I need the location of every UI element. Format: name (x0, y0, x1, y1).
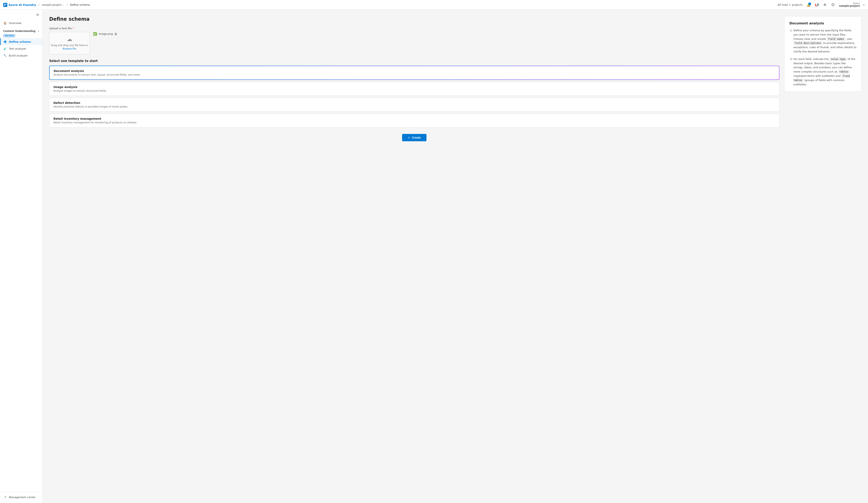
topbar: Azure AI Foundry / sample-project ⌄ / De… (0, 0, 868, 10)
sidebar-toggle-area: ⊞ (0, 12, 42, 20)
sidebar-build-analyzer-label: Build analyzer (9, 54, 28, 57)
template-card-image-analysis[interactable]: Image analysis Analyze images to extract… (49, 82, 779, 96)
project-selector[interactable]: sample-project ⌄ (42, 3, 64, 6)
management-icon: ↗ (3, 495, 7, 499)
doc-panel-title: Document analysis (789, 21, 856, 25)
help-button[interactable]: 😊 (830, 2, 836, 8)
sidebar: ⊞ 🏠 Overview Content Understanding ∧ PRE… (0, 10, 43, 503)
doc-panel-point-2: For each field, indicate the value type … (794, 57, 856, 87)
sidebar-section-header: Content Understanding ∧ (0, 28, 42, 33)
template-title-doc: Document analysis (54, 69, 775, 73)
brand-icon (3, 3, 7, 7)
sidebar-test-analyzer-label: Test analyzer (9, 47, 26, 50)
sidebar-section-title: Content Understanding (3, 30, 35, 32)
create-label: Create (412, 136, 421, 139)
uploaded-file-area: ✅ image.png 🗑 (93, 32, 117, 36)
profile-chevron-icon: ∨ (863, 3, 865, 6)
sidebar-section-chevron-icon: ∧ (38, 30, 39, 32)
template-card-retail-inventory[interactable]: Retail inventory management Retail inven… (49, 114, 779, 127)
topbar-left: Azure AI Foundry / sample-project ⌄ / De… (3, 3, 90, 7)
upload-dropzone[interactable]: ☁ Drag and drop one file here or Browse … (49, 32, 90, 54)
uploaded-filename: image.png (99, 32, 113, 35)
notification-badge: 1 (808, 2, 811, 5)
sidebar-define-schema-label: Define schema (9, 40, 31, 43)
profile-label: Project (853, 2, 860, 4)
settings-button[interactable]: ⚙️ (822, 2, 828, 8)
template-desc-doc: Analyze documents to extract text, layou… (54, 73, 775, 76)
brand-logo[interactable]: Azure AI Foundry (3, 3, 36, 7)
preview-badge: PREVIEW (3, 34, 15, 37)
create-checkmark-icon: ✓ (408, 136, 410, 139)
sidebar-bottom: ↗ Management center (0, 492, 42, 501)
define-schema-icon: 🔷 (3, 40, 7, 43)
page-breadcrumb: Define schema (70, 3, 90, 6)
sidebar-section-content-understanding: Content Understanding ∧ PREVIEW 🔷 Define… (0, 27, 42, 59)
code-tables: tables (838, 70, 849, 74)
code-fixed-tables: fixed tables (794, 74, 850, 82)
sep1: / (39, 3, 40, 7)
template-title-defect: Defect detection (53, 101, 775, 104)
project-chevron-icon: ⌄ (63, 4, 64, 6)
code-field-names: field names (827, 37, 845, 41)
all-hubs-link[interactable]: All hubs + projects (778, 3, 803, 6)
sidebar-item-build-analyzer[interactable]: 🔧 Build analyzer (0, 52, 42, 59)
sep2: / (66, 3, 68, 7)
create-btn-row: ✓ Create (49, 134, 779, 141)
profile-project: sample-project (839, 4, 860, 7)
upload-cloud-icon: ☁ (66, 36, 72, 42)
sidebar-toggle-button[interactable]: ⊞ (35, 12, 40, 17)
topbar-icon-group: 🔔 1 📢 ⚙️ 😊 (806, 2, 836, 8)
template-desc-retail: Retail inventory management for monitori… (53, 121, 775, 124)
project-name: sample-project (42, 3, 62, 6)
create-button[interactable]: ✓ Create (402, 134, 426, 141)
main-content: Define schema Upload a test file * ☁ Dra… (43, 10, 868, 503)
delete-file-button[interactable]: 🗑 (114, 32, 117, 35)
megaphone-button[interactable]: 📢 (814, 2, 820, 8)
sidebar-spacer (0, 59, 42, 492)
main-left: Define schema Upload a test file * ☁ Dra… (49, 16, 779, 496)
template-card-defect-detection[interactable]: Defect detection Identify potential defe… (49, 98, 779, 112)
profile-menu[interactable]: Project sample-project (839, 2, 860, 7)
browse-link[interactable]: Browse file (63, 47, 76, 50)
template-title-image: Image analysis (53, 85, 775, 89)
overview-icon: 🏠 (3, 21, 7, 25)
sidebar-item-management[interactable]: ↗ Management center (0, 494, 42, 501)
main-right: Document analysis Define your schema by … (784, 16, 861, 496)
code-value-type: value type (830, 57, 847, 61)
upload-label-text: Upload a test file (49, 27, 72, 30)
app-body: ⊞ 🏠 Overview Content Understanding ∧ PRE… (0, 10, 868, 503)
template-section-label: Select one template to start (49, 59, 779, 63)
template-card-selected-wrap: Document analysis Analyze documents to e… (49, 66, 779, 80)
doc-panel-list: Define your schema by specifying the fie… (789, 29, 856, 86)
preview-badge-area: PREVIEW (0, 33, 42, 38)
doc-panel-point-1: Define your schema by specifying the fie… (794, 29, 856, 54)
template-title-retail: Retail inventory management (53, 117, 775, 120)
sidebar-item-overview[interactable]: 🏠 Overview (0, 20, 42, 27)
file-check-icon: ✅ (93, 32, 97, 36)
template-card-document-analysis[interactable]: Document analysis Analyze documents to e… (50, 66, 779, 80)
upload-dropzone-text: Drag and drop one file here or Browse fi… (51, 44, 88, 51)
template-desc-defect: Identify potential defects in provided i… (53, 105, 775, 108)
doc-panel: Document analysis Define your schema by … (784, 16, 861, 92)
code-field-descriptions: field descriptions (794, 41, 822, 45)
upload-area-row: ☁ Drag and drop one file here or Browse … (49, 32, 779, 54)
page-title: Define schema (49, 16, 779, 22)
build-analyzer-icon: 🔧 (3, 54, 7, 57)
brand-name: Azure AI Foundry (9, 3, 36, 7)
sidebar-overview-label: Overview (9, 22, 21, 24)
template-desc-image: Analyze images to extract structured fie… (53, 90, 775, 92)
required-marker: * (73, 27, 74, 30)
sidebar-management-label: Management center (9, 496, 36, 499)
sidebar-item-test-analyzer[interactable]: 🧪 Test analyzer (0, 45, 42, 52)
upload-label-area: Upload a test file * (49, 27, 779, 30)
test-analyzer-icon: 🧪 (3, 47, 7, 50)
sidebar-item-define-schema[interactable]: 🔷 Define schema (0, 38, 42, 45)
topbar-right: All hubs + projects 🔔 1 📢 ⚙️ 😊 Project s… (778, 2, 865, 8)
notification-button[interactable]: 🔔 1 (806, 2, 812, 8)
